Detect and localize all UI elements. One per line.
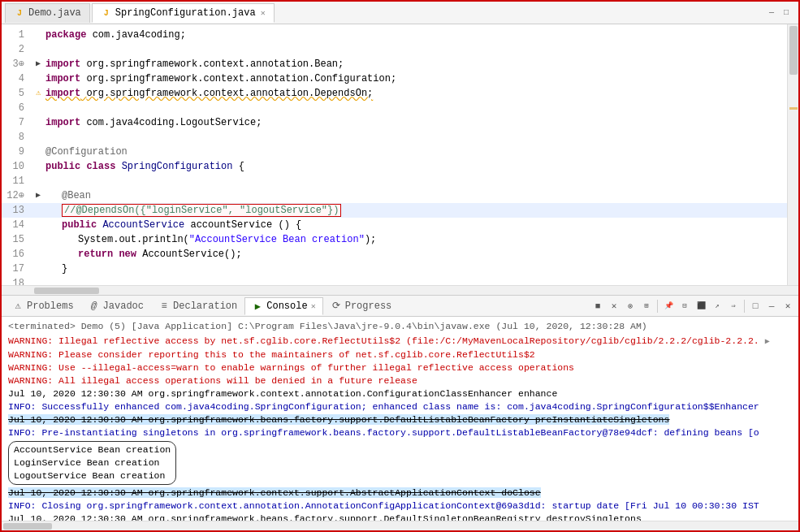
console-line-12: Jul 10, 2020 12:30:30 AM org.springframe… (8, 487, 792, 500)
code-line-9: 9 @Configuration (2, 145, 787, 159)
separator2 (744, 300, 745, 313)
pin-button[interactable]: 📌 (661, 299, 676, 314)
tab-console-label: Console (266, 301, 307, 312)
tab-demo-label: Demo.java (28, 7, 81, 19)
bottom-tab-bar: ⚠ Problems @ Javadoc ≡ Declaration ▶ Con… (2, 296, 798, 317)
code-line-6: 6 (2, 101, 787, 115)
code-line-10: 10 public class SpringConfiguration { (2, 159, 787, 174)
console-horiz-thumb[interactable] (3, 523, 52, 530)
minimize-button[interactable]: — (766, 7, 777, 19)
problems-icon: ⚠ (12, 301, 24, 312)
code-line-8: 8 (2, 130, 787, 145)
tab-declaration-label: Declaration (173, 301, 237, 312)
java-file-icon: J (14, 7, 25, 19)
link-button[interactable]: ↗ (710, 299, 724, 314)
scrollbar-thumb[interactable] (789, 26, 798, 75)
tab-console[interactable]: ▶ Console ✕ (244, 297, 322, 315)
code-line-18: 18 (2, 276, 787, 285)
console-line-14: Jul 10, 2020 12:30:30 AM org.springframe… (8, 513, 792, 521)
code-line-17: 17 } (2, 262, 787, 276)
console-line-2: WARNING: Please consider reporting this … (8, 348, 792, 361)
editor-vertical-scrollbar[interactable] (787, 24, 798, 285)
tab-demo[interactable]: J Demo.java (5, 3, 90, 23)
console-line-6: INFO: Successfully enhanced com.java4cod… (8, 400, 792, 413)
code-line-7: 7 import com.java4coding.LogoutService; (2, 115, 787, 130)
code-editor: 1 package com.java4coding; 2 3⊕ ▶ import… (2, 24, 798, 285)
console-line-8: INFO: Pre-instantiating singletons in or… (8, 426, 792, 439)
remove-button[interactable]: ⊗ (623, 299, 638, 314)
view-button[interactable]: ⊟ (677, 299, 692, 314)
clear-button[interactable]: ⊞ (639, 299, 654, 314)
separator (657, 300, 658, 313)
tab-javadoc-label: Javadoc (103, 301, 144, 312)
tab-spring[interactable]: J SpringConfiguration.java ✕ (92, 3, 275, 23)
java-file-icon-2: J (101, 7, 112, 19)
tab-declaration[interactable]: ≡ Declaration (151, 297, 244, 315)
code-line-11: 11 (2, 174, 787, 188)
maximize-panel-button[interactable]: □ (748, 299, 763, 314)
console-toolbar: ■ ✕ ⊗ ⊞ 📌 ⊟ ⬛ ↗ ⇒ □ — ✕ (590, 299, 795, 314)
minimize-panel-button[interactable]: — (764, 299, 779, 314)
tab-spring-label: SpringConfiguration.java (115, 7, 256, 19)
console-line-5: Jul 10, 2020 12:30:30 AM org.springframe… (8, 387, 792, 400)
stop-button[interactable]: ■ (590, 299, 605, 314)
console-line-3: WARNING: Use --illegal-access=warn to en… (8, 361, 792, 374)
code-line-16: 16 return new AccountService(); (2, 247, 787, 262)
editor-tab-bar: J Demo.java J SpringConfiguration.java ✕… (2, 2, 798, 24)
scrollbar-marker (789, 107, 798, 110)
code-lines: 1 package com.java4coding; 2 3⊕ ▶ import… (2, 24, 787, 285)
javadoc-icon: @ (89, 301, 100, 312)
console-line-4: WARNING: All illegal access operations w… (8, 374, 792, 387)
code-line-4: 4 import org.springframework.context.ann… (2, 71, 787, 86)
declaration-icon: ≡ (158, 301, 170, 312)
console-line-11: LogoutService Bean creation (14, 469, 171, 482)
tab-spring-close[interactable]: ✕ (261, 8, 266, 18)
code-line-2: 2 (2, 42, 787, 57)
close-panel-button[interactable]: ✕ (781, 299, 795, 314)
bottom-panel: ⚠ Problems @ Javadoc ≡ Declaration ▶ Con… (2, 295, 798, 530)
code-line-13: 13 //@DependsOn({"loginService", "logout… (2, 203, 787, 218)
console-line-10: LoginService Bean creation (14, 456, 171, 469)
console-line-13: INFO: Closing org.springframework.contex… (8, 500, 792, 513)
progress-icon: ⟳ (331, 301, 342, 312)
console-line-7: Jul 10, 2020 12:30:30 AM org.springframe… (8, 413, 792, 426)
window-controls: — □ (766, 7, 795, 19)
next-button[interactable]: ⇒ (726, 299, 741, 314)
console-icon: ▶ (252, 301, 263, 312)
console-line-1: WARNING: Illegal reflective access by ne… (8, 335, 792, 348)
tab-problems-label: Problems (27, 301, 74, 312)
console-line-9: AccountService Bean creation (14, 443, 171, 456)
code-lines-container: 1 package com.java4coding; 2 3⊕ ▶ import… (2, 24, 787, 285)
code-line-12: 12⊕ ▶ @Bean (2, 188, 787, 203)
tab-problems[interactable]: ⚠ Problems (5, 297, 81, 315)
console-circled-group: AccountService Bean creation LoginServic… (8, 441, 176, 485)
tab-javadoc[interactable]: @ Javadoc (81, 297, 151, 315)
code-line-5: 5 ⚠ import org.springframework.context.a… (2, 86, 787, 101)
terminate-button[interactable]: ✕ (607, 299, 621, 314)
code-line-1: 1 package com.java4coding; (2, 28, 787, 42)
tab-progress-label: Progress (345, 301, 392, 312)
editor-horiz-thumb[interactable] (34, 288, 99, 294)
layout-button[interactable]: ⬛ (694, 299, 708, 314)
tab-progress[interactable]: ⟳ Progress (323, 297, 400, 315)
console-horizontal-scrollbar[interactable] (2, 521, 798, 530)
tab-console-close[interactable]: ✕ (311, 301, 316, 311)
maximize-button[interactable]: □ (781, 7, 792, 19)
console-output-area: <terminated> Demo (5) [Java Application]… (2, 317, 798, 521)
editor-horizontal-scrollbar[interactable] (2, 285, 798, 295)
code-line-15: 15 System.out.println("AccountService Be… (2, 232, 787, 247)
code-line-3: 3⊕ ▶ import org.springframework.context.… (2, 57, 787, 71)
console-terminated-line: <terminated> Demo (5) [Java Application]… (8, 320, 792, 333)
code-line-14: 14 public AccountService accountService … (2, 218, 787, 232)
